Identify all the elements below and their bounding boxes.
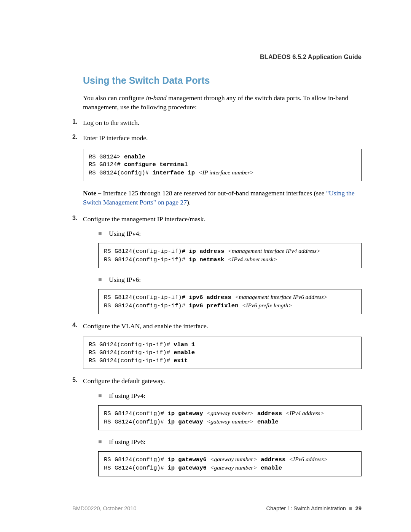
intro-paragraph: You also can configure in-band managemen… xyxy=(83,94,362,112)
sub-item-label: If using IPv6: xyxy=(109,438,145,446)
step-text: Configure the default gateway. xyxy=(83,377,362,386)
square-bullet-icon: ■ xyxy=(98,230,109,237)
footer-page-number: 29 xyxy=(355,505,362,511)
intro-text-a: You also can configure xyxy=(83,94,146,102)
code-command: enable xyxy=(254,419,279,425)
code-command: address xyxy=(254,410,286,417)
step-number: 3. xyxy=(72,215,83,224)
code-param: <gateway number> xyxy=(207,410,254,416)
step-2: 2. Enter IP interface mode. xyxy=(72,134,362,143)
code-command: configure terminal xyxy=(124,161,188,168)
running-header: BLADEOS 6.5.2 Application Guide xyxy=(72,53,362,61)
code-command: ipv6 address xyxy=(189,294,235,301)
step-3: 3. Configure the management IP interface… xyxy=(72,215,362,224)
procedure-list: 1. Log on to the switch. 2. Enter IP int… xyxy=(72,118,362,476)
code-block-gw4: RS G8124(config)# ip gateway <gateway nu… xyxy=(98,405,362,430)
step-number: 5. xyxy=(72,377,83,386)
footer-bullet-icon: ■ xyxy=(349,505,352,511)
code-command: ip gateway xyxy=(167,419,206,425)
page-footer: BMD00220, October 2010 Chapter 1: Switch… xyxy=(72,505,362,511)
code-prompt: RS G8124(config)# xyxy=(89,169,152,176)
step-text: Configure the management IP interface/ma… xyxy=(83,215,362,224)
code-param: <IP interface number> xyxy=(198,169,253,176)
code-block-ipv6: RS G8124(config-ip-if)# ipv6 address <ma… xyxy=(98,289,362,314)
code-param: <IPv4 subnet mask> xyxy=(228,256,277,262)
note-text: Interface 125 through 128 are reserved f… xyxy=(103,189,326,197)
code-command: enable xyxy=(124,153,145,160)
code-block-ipv4: RS G8124(config-ip-if)# ip address <mana… xyxy=(98,243,362,268)
code-command: ipv6 prefixlen xyxy=(189,302,242,309)
code-block-interface: RS G8124> enable RS G8124# configure ter… xyxy=(83,149,362,182)
code-param: <IPv4 address> xyxy=(285,410,324,416)
code-prompt: RS G8124(config-ip-if)# xyxy=(89,341,174,348)
code-param: <IPv6 address> xyxy=(289,456,328,462)
footer-doc-id: BMD00220, October 2010 xyxy=(72,505,136,511)
code-command: vlan 1 xyxy=(174,341,195,348)
code-prompt: RS G8124(config-ip-if)# xyxy=(104,302,189,309)
code-command: enable xyxy=(257,465,282,471)
footer-chapter: Chapter 1: Switch Administration ■ 29 xyxy=(266,505,362,511)
note-block: Note – Interface 125 through 128 are res… xyxy=(83,189,362,207)
section-heading: Using the Switch Data Ports xyxy=(83,75,362,86)
step-number: 4. xyxy=(72,322,83,331)
code-command: ip gateway xyxy=(167,410,206,417)
sub-item-if-ipv6: ■ If using IPv6: xyxy=(98,438,362,446)
sub-item-label: If using IPv4: xyxy=(109,392,145,400)
code-prompt: RS G8124# xyxy=(89,161,124,168)
code-param: <gateway number> xyxy=(210,456,257,462)
code-block-vlan: RS G8124(config-ip-if)# vlan 1 RS G8124(… xyxy=(83,337,362,369)
page-content: BLADEOS 6.5.2 Application Guide Using th… xyxy=(0,0,411,507)
code-prompt: RS G8124(config-ip-if)# xyxy=(104,248,189,255)
code-command: exit xyxy=(174,357,188,364)
sub-item-label: Using IPv4: xyxy=(109,230,141,238)
sub-list: ■ Using IPv4: xyxy=(98,230,362,238)
code-command: ip netmask xyxy=(189,256,228,263)
code-command: address xyxy=(257,456,289,463)
code-prompt: RS G8124(config-ip-if)# xyxy=(104,294,189,301)
intro-italic: in-band xyxy=(146,94,166,102)
step-text: Log on to the switch. xyxy=(83,118,362,128)
footer-chapter-text: Chapter 1: Switch Administration xyxy=(266,505,346,511)
step-text: Configure the VLAN, and enable the inter… xyxy=(83,322,362,331)
square-bullet-icon: ■ xyxy=(98,438,109,445)
note-text-end: ). xyxy=(187,198,191,206)
step-4: 4. Configure the VLAN, and enable the in… xyxy=(72,322,362,331)
sub-item-ipv4: ■ Using IPv4: xyxy=(98,230,362,238)
sub-list: ■ If using IPv4: xyxy=(98,392,362,400)
code-prompt: RS G8124(config-ip-if)# xyxy=(89,357,174,364)
step-number: 1. xyxy=(72,118,83,128)
sub-item-if-ipv4: ■ If using IPv4: xyxy=(98,392,362,400)
code-param: <management interface IPv4 address> xyxy=(228,248,321,254)
code-prompt: RS G8124(config-ip-if)# xyxy=(104,256,189,263)
code-prompt: RS G8124(config)# xyxy=(104,410,167,417)
sub-item-ipv6: ■ Using IPv6: xyxy=(98,276,362,284)
code-param: <IPv6 prefix length> xyxy=(242,302,292,308)
note-label: Note – xyxy=(83,189,103,197)
code-prompt: RS G8124(config)# xyxy=(104,465,167,471)
step-number: 2. xyxy=(72,134,83,143)
sub-item-label: Using IPv6: xyxy=(109,276,141,284)
code-param: <gateway number> xyxy=(207,418,254,425)
code-command: ip gateway6 xyxy=(167,465,210,471)
square-bullet-icon: ■ xyxy=(98,276,109,283)
square-bullet-icon: ■ xyxy=(98,392,109,399)
code-param: <management interface IPv6 address> xyxy=(235,294,328,300)
code-command: enable xyxy=(174,349,195,356)
sub-list: ■ If using IPv6: xyxy=(98,438,362,446)
code-prompt: RS G8124> xyxy=(89,153,124,160)
code-command: ip address xyxy=(189,248,228,255)
code-block-gw6: RS G8124(config)# ip gateway6 <gateway n… xyxy=(98,451,362,476)
step-text: Enter IP interface mode. xyxy=(83,134,362,143)
code-prompt: RS G8124(config)# xyxy=(104,419,167,425)
step-5: 5. Configure the default gateway. xyxy=(72,377,362,386)
code-command: ip gateway6 xyxy=(167,456,210,463)
code-prompt: RS G8124(config)# xyxy=(104,456,167,463)
code-param: <gateway number> xyxy=(210,464,257,471)
sub-list: ■ Using IPv6: xyxy=(98,276,362,284)
code-prompt: RS G8124(config-ip-if)# xyxy=(89,349,174,356)
code-command: interface ip xyxy=(152,169,198,176)
step-1: 1. Log on to the switch. xyxy=(72,118,362,128)
